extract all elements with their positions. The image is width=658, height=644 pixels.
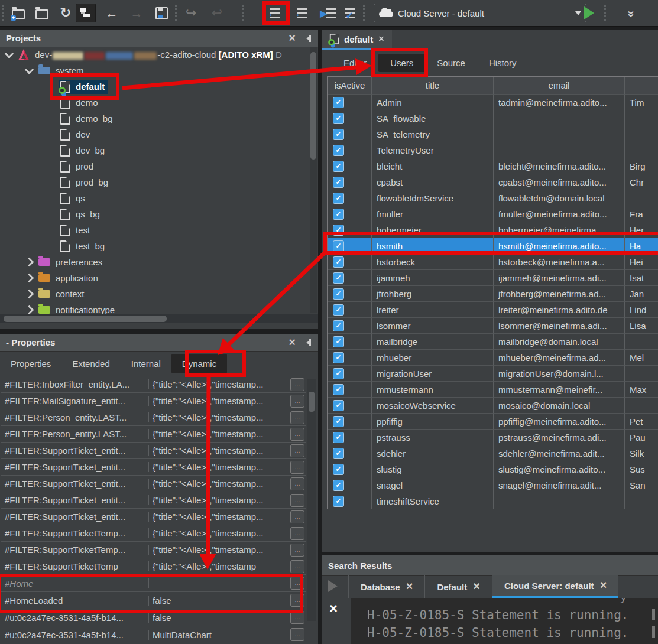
chevron-right-icon[interactable]	[25, 258, 34, 267]
chevron-down-icon[interactable]	[5, 49, 14, 58]
isactive-checkbox[interactable]	[333, 225, 344, 236]
user-row-TelemetryUser[interactable]: TelemetryUser	[328, 142, 658, 158]
user-row-cpabst[interactable]: cpabstcpabst@meinefirma.adito...Chr	[328, 174, 658, 190]
edit-value-button[interactable]: ...	[290, 444, 304, 457]
document-tab-default[interactable]: default	[322, 30, 392, 50]
toolbar-grip[interactable]	[604, 5, 608, 21]
isactive-checkbox[interactable]	[333, 272, 344, 284]
property-row[interactable]: #FILTER:SupportTicket_entit...{"title":"…	[1, 459, 306, 476]
property-row[interactable]: #FILTER:SupportTicketTemp...{"title":"<A…	[1, 525, 306, 542]
close-panel-icon[interactable]	[289, 337, 296, 348]
property-row[interactable]: #FILTER:MailSignature_entit...{"title":"…	[1, 393, 306, 409]
edit-value-button[interactable]: ...	[290, 395, 304, 408]
tree-item-application[interactable]: application	[0, 270, 310, 286]
property-row[interactable]: #FILTER:SupportTicketTemp{"title":"<Alle…	[1, 558, 306, 575]
close-tab-icon[interactable]	[378, 35, 384, 43]
user-row-sdehler[interactable]: sdehlersdehler@meinefirma.adit...Silk	[328, 445, 658, 461]
redo-button[interactable]	[181, 4, 201, 22]
navigate-forward-button[interactable]: →	[127, 4, 147, 22]
column-header-title[interactable]: title	[372, 77, 494, 95]
edit-value-button[interactable]: ...	[290, 494, 304, 507]
isactive-checkbox[interactable]	[333, 400, 344, 411]
column-header-email[interactable]: email	[494, 77, 625, 95]
toolbar-grip[interactable]	[175, 5, 179, 21]
tree-item-notificationtype[interactable]: notificationtype	[0, 302, 310, 314]
edit-value-button[interactable]: ...	[290, 594, 304, 607]
isactive-checkbox[interactable]	[333, 320, 344, 331]
property-row[interactable]: #FILTER:SupportTicket_entit...{"title":"…	[1, 443, 306, 459]
toolbar-grip[interactable]	[2, 5, 7, 21]
isactive-checkbox[interactable]	[333, 129, 344, 140]
tree-item-preferences[interactable]: preferences	[0, 254, 310, 270]
user-row-slustig[interactable]: slustigslustig@meinefirma.adito...Sus	[328, 461, 658, 477]
tab-cloud-server-default[interactable]: Cloud Server: default	[492, 575, 618, 598]
user-row-timeshiftService[interactable]: timeshiftService	[328, 493, 658, 509]
column-header-isactive[interactable]: isActive	[328, 77, 372, 95]
tab-database[interactable]: Database	[348, 575, 424, 598]
edit-value-button[interactable]: ...	[290, 378, 304, 391]
deploy-full-button[interactable]	[292, 4, 312, 22]
user-row-mosaicoWebservice[interactable]: mosaicoWebservicemosaico@domain.local	[328, 398, 658, 414]
property-row[interactable]: #u:0c2a47ec-3531-4a5f-b14...false...	[1, 609, 306, 626]
validate-tasks-button[interactable]	[339, 4, 359, 22]
property-row[interactable]: #u:0c2a47ec-3531-4a5f-b14...MultiDataCha…	[1, 626, 306, 643]
edit-value-button[interactable]: ...	[290, 611, 304, 624]
toolbar-grip[interactable]	[363, 5, 367, 21]
tab-history[interactable]: History	[477, 54, 529, 72]
tree-item-context[interactable]: context	[0, 286, 310, 302]
user-row-hsmith[interactable]: hsmithhsmith@meinefirma.adito...Ha	[328, 238, 658, 254]
property-row[interactable]: #FILTER:SupportTicket_entit...{"title":"…	[1, 509, 306, 525]
run-tasks-button[interactable]	[320, 4, 341, 22]
undo-button[interactable]	[207, 4, 227, 22]
projects-horizontal-scrollbar[interactable]	[0, 314, 318, 323]
chevron-right-icon[interactable]	[25, 290, 34, 299]
tree-item-qs[interactable]: qs	[0, 190, 310, 206]
close-tab-icon[interactable]	[406, 581, 413, 592]
property-row[interactable]: #FILTER:Person_entity.LAST...{"title":"<…	[1, 426, 306, 443]
user-row-mmustermann[interactable]: mmustermannmmustermann@meinefir...Max	[328, 382, 658, 398]
property-row[interactable]: #FILTER:SupportTicket_entit...{"title":"…	[1, 476, 306, 492]
close-tab-icon[interactable]	[600, 580, 607, 591]
deploy-button[interactable]	[265, 4, 285, 22]
tree-item-prod_bg[interactable]: prod_bg	[0, 174, 310, 190]
property-row[interactable]: #Home...	[1, 575, 306, 592]
property-row[interactable]: #HomeLoadedfalse...	[1, 592, 306, 609]
property-row[interactable]: #FILTER:SupportTicket_entit...{"title":"…	[1, 492, 306, 509]
tab-extended[interactable]: Extended	[61, 354, 120, 373]
tab-dynamic[interactable]: Dynamic	[171, 354, 227, 373]
isactive-checkbox[interactable]	[333, 496, 344, 507]
user-row-Admin[interactable]: Admintadmin@meinefirma.adito...Tim	[328, 95, 658, 110]
user-row-bleicht[interactable]: bleichtbleicht@meinefirma.adito...Birg	[328, 158, 658, 174]
chevron-right-icon[interactable]	[25, 305, 34, 314]
user-row-mhueber[interactable]: mhuebermhueber@meinefirma.ad...Mel	[328, 350, 658, 366]
isactive-checkbox[interactable]	[333, 352, 344, 363]
user-row-lsommer[interactable]: lsommerlsommer@meinefirma.adi...Lisa	[328, 318, 658, 334]
open-project-button[interactable]	[32, 4, 52, 22]
user-row-mailbridge[interactable]: mailbridgemailbridge@domain.local	[328, 334, 658, 350]
isactive-checkbox[interactable]	[333, 368, 344, 379]
user-row-hstorbeck[interactable]: hstorbeckhstorbeck@meinefirma.a...Hei	[328, 254, 658, 270]
isactive-checkbox[interactable]	[333, 161, 344, 172]
add-project-button[interactable]	[8, 4, 28, 22]
console-output[interactable]: y H-05-Z-0185-S Statement is running.H-0…	[351, 598, 658, 644]
isactive-checkbox[interactable]	[333, 97, 344, 108]
property-row[interactable]: #FILTER:SupportTicketTemp...{"title":"<A…	[1, 542, 306, 558]
isactive-checkbox[interactable]	[333, 480, 344, 491]
isactive-checkbox[interactable]	[333, 145, 344, 156]
user-row-fmüller[interactable]: fmüllerfmüller@meinefirma.adito...Fra	[328, 206, 658, 222]
edit-value-button[interactable]: ...	[290, 560, 304, 573]
isactive-checkbox[interactable]	[333, 193, 344, 204]
isactive-checkbox[interactable]	[333, 304, 344, 316]
isactive-checkbox[interactable]	[333, 240, 344, 252]
isactive-checkbox[interactable]	[333, 256, 344, 268]
console-scrollbar[interactable]	[652, 626, 655, 638]
isactive-checkbox[interactable]	[333, 113, 344, 124]
close-panel-icon[interactable]	[289, 33, 296, 44]
chevron-right-icon[interactable]	[25, 274, 34, 283]
edit-value-button[interactable]: ...	[290, 527, 304, 540]
tree-item-test[interactable]: test	[0, 222, 310, 238]
tree-item-project-root[interactable]: dev--c2-adito-cloud [ADITO xRM] D	[0, 47, 310, 63]
isactive-checkbox[interactable]	[333, 464, 344, 475]
user-row-snagel[interactable]: snagelsnagel@meinefirma.adit...San	[328, 477, 658, 493]
properties-vertical-scrollbar[interactable]	[307, 379, 316, 621]
